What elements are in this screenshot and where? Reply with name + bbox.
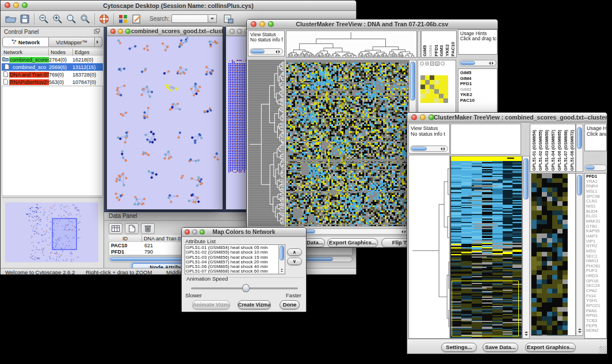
column-header-edges[interactable]: Edges (73, 49, 103, 56)
column-header-network[interactable]: Network (2, 49, 49, 56)
attribute-list-item[interactable]: GPL51-03 (GSM856) heat shock 15 min (186, 255, 278, 260)
minimize-button[interactable] (13, 2, 19, 8)
minimize-button[interactable] (118, 29, 123, 34)
treeview2-title-bar[interactable]: ClusterMaker TreeView : combined_scores_… (407, 113, 607, 122)
zoom-button[interactable] (268, 21, 274, 27)
zoom-out-icon[interactable] (37, 13, 51, 25)
gene-matrix-heatmap[interactable] (420, 75, 448, 103)
network-table-row[interactable]: DNA and Tran 07769(0)183728(0) (2, 71, 103, 78)
sample-column-label[interactable]: GIM5 (422, 32, 427, 56)
sample-column-label[interactable]: GPL51-01 (GSM854) (531, 125, 537, 171)
search-dropdown-button[interactable] (208, 14, 217, 23)
close-button[interactable] (185, 229, 190, 235)
treeview1-title-bar[interactable]: ClusterMaker TreeView : DNA and Tran 07-… (247, 20, 498, 29)
move-down-button[interactable]: ∨ (287, 258, 302, 265)
help-lifering-icon[interactable] (97, 13, 111, 25)
gene-row-label[interactable]: PAC10 (460, 98, 497, 104)
scrollbar-thumb[interactable] (251, 49, 265, 53)
attribute-list-item[interactable]: GPL51-06 (GSM865) heat shock 40 min (186, 265, 278, 269)
sample-column-label[interactable]: GPL51-02 (GSM855) (538, 125, 544, 171)
zoom-out-mini-icon[interactable]: - (420, 62, 424, 66)
close-button[interactable] (411, 114, 417, 120)
zoom-in-icon[interactable] (51, 13, 64, 25)
vizmapper-icon[interactable] (116, 13, 130, 25)
sample-column-label[interactable]: GPL51-03 (GSM856) (544, 125, 550, 171)
tv1-button-export-graphics[interactable]: Export Graphics... (327, 238, 378, 247)
save-icon[interactable] (18, 13, 32, 25)
minimize-button[interactable] (192, 229, 197, 235)
sample-column-label[interactable]: GPL51-07 (GSM868) (563, 125, 569, 171)
move-up-button[interactable]: ∧ (287, 248, 302, 256)
open-file-icon[interactable] (4, 13, 18, 25)
minimize-button[interactable] (420, 114, 426, 120)
tab-network[interactable]: Network (2, 37, 49, 47)
tv2-detail-vscrollbar[interactable] (576, 173, 583, 336)
gene-row-label[interactable]: YKE2 (460, 92, 497, 98)
detail-heatmap-canvas[interactable] (531, 174, 568, 335)
gene-row-label[interactable]: GIM5 (460, 70, 497, 76)
close-button[interactable] (110, 29, 116, 34)
scrollbar-thumb[interactable] (460, 61, 475, 65)
zoom-button[interactable] (200, 229, 205, 235)
attribute-list-item[interactable]: GPL51-02 (GSM855) heat shock 10 min (186, 250, 278, 255)
network-graph-canvas[interactable] (108, 36, 223, 210)
zoom-y-mini-icon[interactable]: y (435, 62, 439, 66)
dialog-title-bar[interactable]: Map Colors to Network (182, 228, 306, 237)
birdseye-view-canvas[interactable] (5, 202, 98, 262)
scrollbar-thumb[interactable] (577, 127, 582, 149)
column-dendrogram-canvas[interactable] (286, 31, 416, 57)
column-header-id[interactable]: ID (109, 235, 142, 242)
scrollbar-thumb[interactable] (280, 246, 284, 260)
close-button[interactable] (5, 2, 10, 8)
zoom-button[interactable] (125, 29, 131, 34)
search-input[interactable] (171, 14, 208, 23)
network-table-row[interactable]: combined_sco2569(6)13112(15) (2, 63, 103, 71)
scrollbar-thumb[interactable] (577, 175, 582, 196)
sample-column-label[interactable]: YKE2 (445, 32, 450, 56)
scrollbar-thumb[interactable] (411, 147, 427, 151)
animate-vizmap-button[interactable]: Animate Vizmap (192, 300, 230, 309)
close-button[interactable] (251, 21, 257, 27)
row-dendrogram-canvas[interactable] (248, 60, 284, 226)
delete-attribute-trash-icon[interactable] (141, 223, 155, 234)
view-status-scrollbar[interactable] (410, 145, 448, 152)
sample-column-label[interactable]: PFD1 (434, 32, 439, 56)
zoom-x-mini-icon[interactable]: x (430, 62, 434, 66)
tv1-pane-divider[interactable] (418, 30, 420, 58)
sample-column-label[interactable]: GIM3 (439, 32, 444, 56)
create-vizmap-button[interactable]: Create Vizmap (238, 300, 271, 309)
tv2-button-settings[interactable]: Settings... (441, 343, 477, 352)
gene-row-label[interactable]: MON2 (586, 328, 606, 334)
sample-column-label[interactable]: GPL51-06 (GSM865) (557, 125, 563, 171)
zoom-reset-mini-icon[interactable] (441, 62, 445, 66)
float-panel-icon[interactable] (94, 26, 100, 37)
done-button[interactable]: Done (280, 300, 300, 309)
resize-grip[interactable] (599, 346, 606, 353)
heatmap-canvas[interactable] (286, 60, 408, 226)
scrollbar-thumb[interactable] (410, 62, 415, 101)
tab-vizmapper[interactable]: VizMapper™ (49, 37, 95, 47)
tv2-button-save-data[interactable]: Save Data... (483, 343, 518, 352)
minimize-button[interactable] (237, 29, 242, 34)
main-title-bar[interactable]: Cytoscape Desktop (Session Name: collins… (1, 1, 356, 11)
table-mode-icon[interactable] (109, 223, 123, 234)
attribute-list-vscrollbar[interactable] (278, 245, 285, 274)
attribute-browser-icon[interactable] (221, 13, 235, 25)
scrollbar-thumb[interactable] (586, 166, 595, 170)
zoom-in-mini-icon[interactable]: + (425, 62, 429, 66)
tv2-heatmap-vscrollbar[interactable] (522, 156, 530, 339)
new-attribute-icon[interactable] (125, 223, 139, 234)
network-table-row[interactable]: combined_scores2764(0)16218(0) (2, 56, 103, 63)
annotation-icon[interactable] (130, 13, 144, 25)
zoom-selected-icon[interactable] (78, 13, 92, 25)
sample-column-label[interactable]: GPL51-08 (GSM872) (569, 125, 575, 171)
gene-row-label[interactable]: GIM3 (460, 87, 497, 93)
close-button[interactable] (230, 29, 235, 34)
more-tabs-button[interactable] (95, 37, 102, 47)
attribute-list-item[interactable]: GPL51-01 (GSM854) heat shock 05 min (186, 246, 278, 250)
animation-speed-slider-thumb[interactable] (242, 284, 250, 292)
sample-column-label[interactable]: GIM4 (428, 32, 433, 56)
sample-column-label[interactable]: PAC10 (450, 32, 456, 56)
sample-column-label[interactable]: GPL51-04 (GSM857) (550, 125, 556, 171)
row-dendrogram-canvas[interactable] (409, 155, 449, 338)
